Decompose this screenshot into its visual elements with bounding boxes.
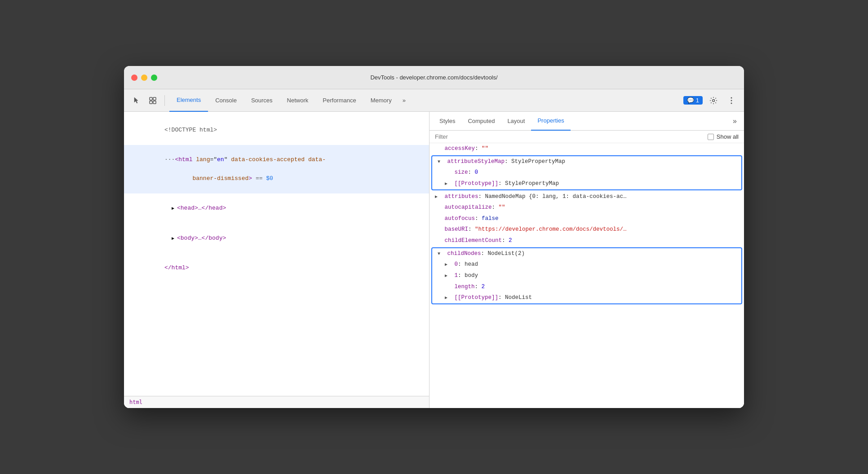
svg-rect-1 — [153, 97, 156, 100]
tab-elements[interactable]: Elements — [169, 89, 208, 112]
tab-styles[interactable]: Styles — [433, 112, 461, 131]
svg-rect-3 — [153, 101, 156, 104]
filter-input[interactable] — [435, 133, 708, 140]
more-tabs-button[interactable]: » — [399, 95, 409, 105]
maximize-button[interactable] — [151, 75, 157, 81]
prop-childnodes[interactable]: childNodes: NodeList(2) — [432, 248, 741, 259]
childnodes-1-triangle[interactable] — [445, 271, 451, 281]
attribute-style-map-box: attributeStyleMap: StylePropertyMap size… — [431, 155, 742, 190]
cursor-icon[interactable] — [129, 93, 144, 108]
filter-bar: Show all — [430, 131, 744, 143]
head-line[interactable]: <head>…</head> — [124, 193, 429, 223]
toolbar-right: 💬 1 — [683, 93, 739, 108]
child-nodes-box: childNodes: NodeList(2) 0: head 1: body … — [431, 247, 742, 304]
dom-panel: <!DOCTYPE html> ···<html lang="en" data-… — [124, 112, 430, 408]
svg-rect-2 — [150, 101, 152, 104]
attributestylemap-triangle[interactable] — [438, 157, 444, 167]
more-options-button[interactable] — [724, 93, 739, 108]
chat-button[interactable]: 💬 1 — [683, 96, 703, 105]
main-content: <!DOCTYPE html> ···<html lang="en" data-… — [124, 112, 744, 408]
tab-console[interactable]: Console — [208, 89, 244, 112]
show-all-checkbox[interactable] — [708, 134, 714, 140]
prop-prototype-nodelist[interactable]: [[Prototype]]: NodeList — [432, 292, 741, 303]
chat-icon: 💬 — [687, 97, 694, 104]
tab-layout[interactable]: Layout — [501, 112, 531, 131]
prop-childnodes-length: length: 2 — [432, 281, 741, 293]
prop-autocapitalize: autocapitalize: "" — [430, 202, 744, 213]
breadcrumb: html — [124, 396, 429, 408]
prop-childnodes-1[interactable]: 1: body — [432, 270, 741, 281]
chat-count: 1 — [696, 97, 699, 104]
html-close-line: </html> — [124, 253, 429, 283]
prototype-stylemap-triangle[interactable] — [445, 179, 451, 189]
svg-point-7 — [731, 102, 732, 104]
close-button[interactable] — [131, 75, 137, 81]
properties-list: accessKey: "" attributeStyleMap: StylePr… — [430, 143, 744, 408]
show-all-label[interactable]: Show all — [708, 133, 739, 140]
tab-memory[interactable]: Memory — [363, 89, 399, 112]
prop-childelementcount: childElementCount: 2 — [430, 235, 744, 246]
prototype-nodelist-triangle[interactable] — [445, 293, 451, 303]
svg-point-4 — [713, 99, 715, 101]
head-triangle[interactable] — [172, 204, 177, 213]
devtools-window: DevTools - developer.chrome.com/docs/dev… — [124, 66, 744, 408]
prop-attributes[interactable]: attributes: NamedNodeMap {0: lang, 1: da… — [430, 191, 744, 202]
prop-accesskey: accessKey: "" — [430, 143, 744, 154]
prop-attributestylemap[interactable]: attributeStyleMap: StylePropertyMap — [432, 156, 741, 167]
properties-panel: Styles Computed Layout Properties » Sh — [430, 112, 744, 408]
prop-prototype-stylemap[interactable]: [[Prototype]]: StylePropertyMap — [432, 178, 741, 189]
html-tag-line[interactable]: ···<html lang="en" data-cookies-accepted… — [124, 145, 429, 193]
toolbar: Elements Console Sources Network Perform… — [124, 89, 744, 112]
childnodes-0-triangle[interactable] — [445, 260, 451, 269]
sub-tabs: Styles Computed Layout Properties » — [430, 112, 744, 131]
svg-rect-0 — [150, 97, 152, 100]
doctype-line: <!DOCTYPE html> — [124, 115, 429, 145]
body-triangle[interactable] — [172, 234, 177, 243]
settings-button[interactable] — [706, 93, 721, 108]
prop-childnodes-0[interactable]: 0: head — [432, 259, 741, 270]
more-sub-tabs[interactable]: » — [729, 115, 740, 127]
prop-baseuri: baseURI: "https://developer.chrome.com/d… — [430, 224, 744, 235]
titlebar: DevTools - developer.chrome.com/docs/dev… — [124, 66, 744, 89]
childnodes-triangle[interactable] — [438, 249, 444, 259]
inspect-icon[interactable] — [146, 93, 160, 108]
prop-autofocus: autofocus: false — [430, 213, 744, 224]
tab-network[interactable]: Network — [280, 89, 316, 112]
tab-sources[interactable]: Sources — [244, 89, 280, 112]
body-line[interactable]: <body>…</body> — [124, 224, 429, 253]
traffic-lights — [131, 75, 157, 81]
tab-computed[interactable]: Computed — [461, 112, 501, 131]
doctype-text: <!DOCTYPE html> — [164, 127, 217, 133]
window-title: DevTools - developer.chrome.com/docs/dev… — [370, 74, 497, 81]
toolbar-tabs: Elements Console Sources Network Perform… — [169, 89, 409, 112]
tab-performance[interactable]: Performance — [315, 89, 363, 112]
minimize-button[interactable] — [141, 75, 147, 81]
svg-point-5 — [731, 97, 732, 98]
toolbar-separator — [164, 95, 165, 106]
dom-tree: <!DOCTYPE html> ···<html lang="en" data-… — [124, 112, 429, 396]
tab-properties[interactable]: Properties — [531, 112, 570, 131]
prop-size: size: 0 — [432, 167, 741, 178]
attributes-triangle[interactable] — [435, 192, 441, 202]
svg-point-6 — [731, 100, 732, 101]
